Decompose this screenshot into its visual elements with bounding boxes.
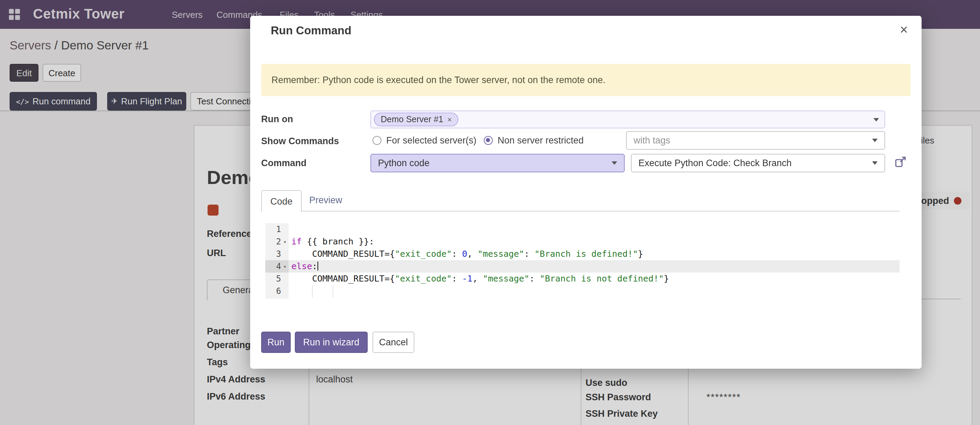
- run-command-modal: Run Command × Remember: Python code is e…: [250, 16, 921, 369]
- run-on-field[interactable]: Demo Server #1 ×: [371, 111, 885, 128]
- code-token: "Branch is not defined!": [540, 273, 664, 284]
- code-token: "message": [477, 249, 524, 259]
- server-tag-chip[interactable]: Demo Server #1 ×: [374, 113, 459, 126]
- code-line-5[interactable]: COMMAND_RESULT={"exit_code": -1, "messag…: [289, 273, 900, 285]
- server-tag-label: Demo Server #1: [381, 115, 443, 124]
- chevron-down-icon: [872, 139, 878, 142]
- chevron-down-icon: [612, 161, 617, 165]
- command-type-value: Python code: [378, 158, 430, 168]
- command-select[interactable]: Execute Python Code: Check Branch: [631, 154, 885, 172]
- code-token: }: [638, 249, 643, 259]
- gutter-line-4[interactable]: 4▾: [265, 260, 289, 273]
- with-tags-placeholder: with tags: [634, 135, 670, 146]
- radio-non-server-restricted-label[interactable]: Non server restricted: [498, 135, 584, 146]
- radio-for-selected-servers[interactable]: [372, 136, 382, 145]
- code-token: 0: [462, 249, 467, 259]
- with-tags-select[interactable]: with tags: [626, 131, 885, 150]
- code-token: else: [291, 261, 312, 271]
- run-on-label: Run on: [261, 114, 293, 124]
- code-token: -1: [462, 273, 473, 284]
- code-token: "exit_code": [395, 249, 452, 259]
- indent-guide: [332, 285, 333, 297]
- line-number: 3: [276, 249, 281, 259]
- code-token: {{ branch }}:: [302, 236, 374, 246]
- code-token: :: [529, 273, 539, 284]
- command-type-select[interactable]: Python code: [371, 154, 625, 172]
- code-token: COMMAND_RESULT={: [291, 249, 395, 259]
- code-token: :: [312, 261, 317, 271]
- tab-preview[interactable]: Preview: [309, 195, 342, 205]
- editor-gutter: 12▾34▾56: [265, 223, 289, 299]
- tab-code[interactable]: Code: [261, 190, 302, 212]
- editor-code-lines[interactable]: if {{ branch }}: COMMAND_RESULT={"exit_c…: [289, 223, 900, 299]
- warning-alert: Remember: Python code is executed on the…: [261, 64, 911, 96]
- run-button[interactable]: Run: [261, 331, 291, 353]
- code-token: :: [452, 273, 462, 284]
- gutter-line-2[interactable]: 2▾: [265, 236, 289, 248]
- gutter-line-1[interactable]: 1: [265, 223, 289, 236]
- app-root: Cetmix Tower Servers Commands Files Tool…: [0, 0, 980, 425]
- gutter-line-5[interactable]: 5: [265, 273, 289, 285]
- line-number: 6: [276, 286, 281, 296]
- modal-title: Run Command: [271, 24, 352, 37]
- code-token: :: [524, 249, 535, 259]
- command-value: Execute Python Code: Check Branch: [638, 158, 792, 168]
- code-token: }: [664, 273, 669, 284]
- code-editor[interactable]: 12▾34▾56 if {{ branch }}: COMMAND_RESULT…: [265, 223, 900, 299]
- code-line-4[interactable]: else:: [289, 260, 900, 273]
- chevron-down-icon: [872, 161, 878, 165]
- text-cursor: [317, 262, 318, 271]
- code-token: ,: [473, 273, 483, 284]
- code-line-3[interactable]: COMMAND_RESULT={"exit_code": 0, "message…: [289, 248, 900, 260]
- indent-guide: [312, 285, 313, 297]
- fold-arrow-icon[interactable]: ▾: [281, 239, 289, 245]
- code-token: "message": [483, 273, 529, 284]
- line-number: 5: [276, 274, 281, 284]
- run-in-wizard-button[interactable]: Run in wizard: [295, 331, 368, 353]
- code-line-1[interactable]: [289, 223, 900, 236]
- line-number: 4: [276, 262, 281, 271]
- line-number: 2: [276, 237, 281, 246]
- external-link-icon[interactable]: [895, 156, 907, 168]
- code-line-2[interactable]: if {{ branch }}:: [289, 236, 900, 248]
- radio-for-selected-servers-label[interactable]: For selected server(s): [386, 135, 477, 146]
- chevron-down-icon[interactable]: [873, 118, 879, 121]
- code-token: ,: [467, 249, 477, 259]
- code-token: "exit_code": [395, 273, 452, 284]
- command-label: Command: [261, 158, 307, 168]
- show-commands-label: Show Commands: [261, 136, 339, 146]
- gutter-line-6[interactable]: 6: [265, 285, 289, 297]
- code-token: "Branch is defined!": [535, 249, 638, 259]
- line-number: 1: [276, 225, 281, 234]
- gutter-line-3[interactable]: 3: [265, 248, 289, 260]
- code-token: COMMAND_RESULT={: [291, 273, 395, 284]
- cancel-button[interactable]: Cancel: [372, 331, 414, 353]
- code-line-6[interactable]: [289, 285, 900, 297]
- remove-tag-icon[interactable]: ×: [447, 115, 452, 124]
- warning-alert-text: Remember: Python code is executed on the…: [272, 75, 605, 85]
- close-icon[interactable]: ×: [900, 21, 908, 38]
- code-token: if: [291, 236, 302, 246]
- tabs-border: [261, 211, 900, 211]
- radio-non-server-restricted[interactable]: [484, 136, 493, 145]
- fold-arrow-icon[interactable]: ▾: [281, 263, 289, 270]
- code-token: :: [452, 249, 462, 259]
